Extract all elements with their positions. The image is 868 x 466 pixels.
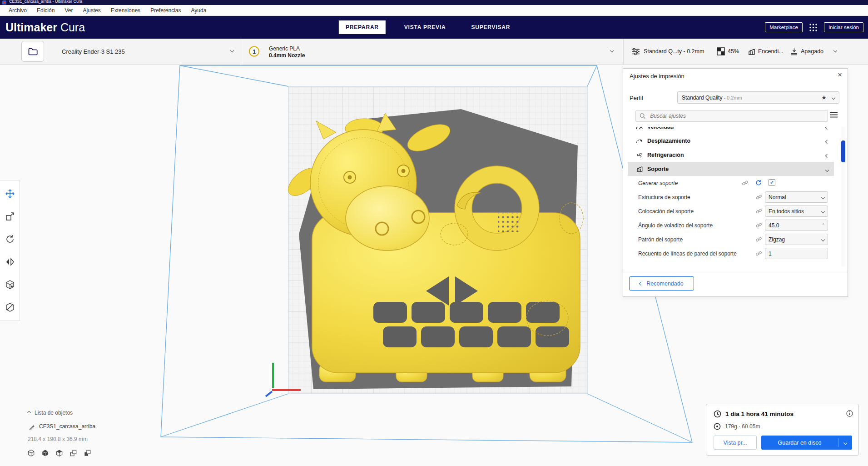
- generate-support-checkbox[interactable]: ✓: [769, 179, 775, 186]
- scrollbar-thumb[interactable]: [841, 140, 845, 162]
- support-blocker-button[interactable]: [0, 296, 20, 319]
- scale-icon: [5, 211, 15, 221]
- support-summary[interactable]: Encendi...: [748, 39, 784, 64]
- material-usage: 179g · 60.05m: [714, 423, 760, 430]
- save-chevron-down-icon[interactable]: [843, 441, 847, 444]
- link-icon[interactable]: [755, 194, 762, 200]
- category-label: Refrigeración: [647, 152, 684, 158]
- rotate-tool-button[interactable]: [0, 228, 20, 251]
- link-icon[interactable]: [755, 222, 762, 229]
- object-dimensions: 218.4 x 190.8 x 36.9 mm: [28, 436, 88, 442]
- printer-selector[interactable]: Creality Ender-3 S1 235: [62, 48, 125, 55]
- cube-solid-icon[interactable]: [41, 449, 49, 457]
- input-value: 45.0: [769, 222, 779, 229]
- object-list-toggle[interactable]: Lista de objetos: [28, 410, 73, 416]
- profile-suffix: - 0.2mm: [724, 95, 742, 100]
- save-label: Guardar en disco: [761, 440, 838, 446]
- speaker-holes: [498, 213, 521, 232]
- dropdown-value: Normal: [769, 194, 786, 200]
- setting-label: Generar soporte: [638, 180, 678, 186]
- cubes-stack-icon[interactable]: [69, 449, 77, 457]
- cube-top-icon[interactable]: [55, 449, 63, 457]
- print-settings-panel: Ajustes de impresión × Perfil Standard Q…: [623, 68, 848, 297]
- cubes-copy-icon[interactable]: [84, 449, 91, 457]
- link-icon[interactable]: [755, 208, 762, 215]
- view-preset-icons: [27, 449, 91, 457]
- preview-button[interactable]: Vista pr...: [714, 436, 757, 450]
- tab-preparar[interactable]: PREPARAR: [339, 20, 386, 34]
- object-name: CE3S1_carcasa_arriba: [39, 423, 95, 430]
- travel-icon: [635, 137, 643, 144]
- printer-chevron-down-icon[interactable]: [230, 49, 234, 52]
- category-refrigeracion[interactable]: Refrigeración: [628, 148, 834, 162]
- sliders-icon: [631, 48, 640, 55]
- support-wall-count-input[interactable]: 1: [765, 248, 828, 259]
- support-category-icon: [635, 165, 643, 172]
- star-icon[interactable]: ★: [821, 94, 827, 101]
- tab-supervisar[interactable]: SUPERVISAR: [464, 20, 517, 34]
- tab-vista-previa[interactable]: VISTA PREVIA: [397, 20, 453, 34]
- open-file-button[interactable]: [21, 41, 44, 62]
- settings-search[interactable]: [635, 110, 828, 122]
- menu-edicion[interactable]: Edición: [32, 5, 60, 15]
- infill-summary[interactable]: 45%: [717, 39, 739, 64]
- extruder-badge[interactable]: 1: [249, 46, 259, 57]
- mirror-icon: [5, 257, 15, 267]
- print-settings-chevron-down-icon[interactable]: [833, 49, 837, 52]
- menu-ayuda[interactable]: Ayuda: [186, 5, 212, 15]
- marketplace-button[interactable]: Marketplace: [765, 22, 803, 32]
- category-velocidad[interactable]: Velocidad: [628, 127, 834, 134]
- search-icon: [640, 113, 645, 119]
- material-nozzle[interactable]: 0.4mm Nozzle: [269, 52, 305, 59]
- overhang-angle-input[interactable]: 45.0 °: [765, 220, 828, 231]
- setting-colocacion: Colocación del soporte En todos sitios: [628, 204, 834, 218]
- profile-dropdown[interactable]: Standard Quality - 0.2mm ★: [677, 91, 839, 104]
- link-icon[interactable]: [755, 250, 762, 257]
- settings-scrollbar[interactable]: [841, 127, 845, 267]
- close-icon[interactable]: ×: [838, 70, 842, 80]
- menu-preferencias[interactable]: Preferencias: [145, 5, 186, 15]
- print-summary-card: 1 día 1 hora 41 minutos 179g · 60.05m Vi…: [706, 404, 859, 456]
- menu-ver[interactable]: Ver: [60, 5, 78, 15]
- scale-tool-button[interactable]: [0, 205, 20, 228]
- support-pattern-dropdown[interactable]: Zigzag: [765, 234, 828, 245]
- folder-icon: [28, 48, 38, 55]
- material-usage-value: 179g · 60.05m: [725, 423, 760, 430]
- object-list-item[interactable]: CE3S1_carcasa_arriba: [29, 423, 95, 430]
- move-tool-button[interactable]: [0, 182, 20, 205]
- input-unit: °: [822, 222, 824, 229]
- material-chevron-down-icon[interactable]: [610, 49, 614, 52]
- spool-icon: [714, 423, 721, 430]
- info-icon[interactable]: [846, 410, 853, 417]
- dropdown-value: En todos sitios: [769, 208, 804, 215]
- search-input[interactable]: [649, 112, 824, 120]
- profile-value: Standard Quality: [682, 95, 722, 101]
- cube-outline-icon[interactable]: [27, 449, 35, 457]
- support-placement-dropdown[interactable]: En todos sitios: [765, 205, 828, 217]
- setting-label: Recuento de líneas de pared del soporte: [638, 251, 737, 257]
- machine-toolbar: Creality Ender-3 S1 235 1 Generic PLA 0.…: [0, 39, 868, 65]
- menu-extensiones[interactable]: Extensiones: [106, 5, 145, 15]
- link-icon[interactable]: [742, 180, 749, 186]
- support-structure-dropdown[interactable]: Normal: [765, 191, 828, 203]
- reset-icon[interactable]: [755, 180, 762, 186]
- link-icon[interactable]: [755, 236, 762, 243]
- recommended-mode-button[interactable]: Recomendado: [629, 276, 694, 291]
- mirror-tool-button[interactable]: [0, 251, 20, 273]
- apps-grid-icon[interactable]: [809, 23, 818, 32]
- menu-archivo[interactable]: Archivo: [4, 5, 32, 15]
- sign-in-button[interactable]: Iniciar sesión: [824, 22, 863, 32]
- app-header: Ultimaker Cura PREPARAR VISTA PREVIA SUP…: [0, 16, 868, 39]
- category-desplazamiento[interactable]: Desplazamiento: [628, 134, 834, 148]
- profile-summary[interactable]: Standard Q...ty - 0.2mm: [631, 39, 704, 64]
- infill-percent: 45%: [728, 48, 739, 55]
- per-model-settings-button[interactable]: [0, 273, 20, 296]
- material-name[interactable]: Generic PLA: [269, 45, 300, 52]
- rotate-icon: [5, 234, 15, 244]
- save-to-disk-button[interactable]: Guardar en disco: [761, 436, 852, 450]
- adhesion-summary[interactable]: Apagado: [790, 39, 823, 64]
- settings-menu-icon[interactable]: [830, 112, 838, 118]
- category-soporte[interactable]: Soporte: [628, 162, 834, 176]
- clock-icon: [714, 410, 721, 418]
- menu-ajustes[interactable]: Ajustes: [78, 5, 105, 15]
